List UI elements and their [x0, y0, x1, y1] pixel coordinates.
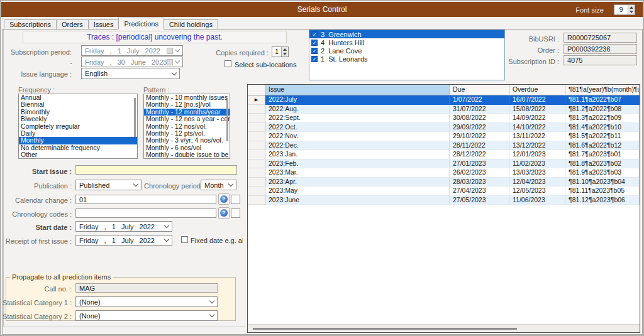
- issue-cell[interactable]: 2022:Nov.: [265, 132, 450, 141]
- chronology-period-combo[interactable]: Month: [201, 180, 236, 190]
- issue-cell[interactable]: 2023:Mar.: [265, 168, 450, 178]
- receipt-date-picker[interactable]: Friday , 1 July 2022: [75, 235, 172, 246]
- issue-cell[interactable]: 2022:Dec.: [265, 141, 450, 151]
- row-selector-cell[interactable]: ▶: [248, 95, 265, 105]
- due-cell[interactable]: 27/01/2023: [450, 160, 509, 169]
- overdue-cell[interactable]: 16/07/2022: [509, 95, 565, 105]
- column-header-pattern[interactable]: ¶81¶a(year)¶b(month)¶u12¶vc¶: [565, 85, 640, 95]
- frequency-option[interactable]: Other: [19, 151, 137, 158]
- copies-required-value[interactable]: 1: [272, 47, 281, 57]
- font-size-value[interactable]: 9: [614, 5, 628, 14]
- row-selector-cell[interactable]: ▶: [248, 196, 265, 205]
- issue-row[interactable]: ▶ 2022:July 1/07/2022 16/07/2022 ¶81.1¶a…: [248, 95, 640, 105]
- pattern-cell[interactable]: ¶81.2¶a2022¶b08: [565, 105, 640, 114]
- issue-row[interactable]: ▶ 2022:Oct. 29/09/2022 14/10/2022 ¶81.4¶…: [248, 123, 640, 133]
- issue-row[interactable]: ▶ 2023:June 27/05/2023 11/06/2023 ¶81.12…: [248, 196, 640, 205]
- order-field[interactable]: P0000392236: [564, 44, 637, 54]
- pattern-cell[interactable]: ¶81.8¶a2023¶b02: [565, 160, 640, 169]
- pattern-cell[interactable]: ¶81.1¶a2022¶b07: [565, 95, 640, 105]
- row-selector-cell[interactable]: ▶: [248, 150, 265, 160]
- row-selector-cell[interactable]: ▶: [248, 160, 265, 169]
- spin-up-button[interactable]: [628, 5, 635, 10]
- chronology-codes-help-button[interactable]: ?: [218, 207, 230, 219]
- column-header-issue[interactable]: Issue: [265, 85, 450, 95]
- issue-cell[interactable]: 2023:Feb.: [265, 160, 450, 169]
- pattern-cell[interactable]: ¶81.12¶a2023¶b06: [565, 196, 640, 205]
- due-cell[interactable]: 28/03/2023: [450, 178, 509, 187]
- font-size-spinner[interactable]: 9: [614, 4, 635, 15]
- overdue-cell[interactable]: 13/12/2022: [509, 141, 565, 151]
- pattern-option[interactable]: Monthly - 12 nos/vol.: [144, 123, 230, 130]
- issue-row[interactable]: ▶ 2023:Jan. 28/12/2022 12/01/2023 ¶81.7¶…: [248, 150, 640, 160]
- location-option[interactable]: ✓ 3 Greenwich: [309, 30, 504, 38]
- due-cell[interactable]: 29/09/2022: [450, 123, 509, 133]
- issue-row[interactable]: ▶ 2022:Nov. 29/10/2022 13/11/2022 ¶81.5¶…: [248, 132, 640, 141]
- location-option[interactable]: ✓ 1 St. Leonards: [309, 55, 504, 63]
- frequency-option[interactable]: Monthly: [19, 137, 137, 144]
- overdue-cell[interactable]: 12/01/2023: [509, 150, 565, 160]
- column-header-due[interactable]: Due: [450, 85, 509, 95]
- issue-row[interactable]: ▶ 2023:Mar. 26/02/2023 13/03/2023 ¶81.9¶…: [248, 168, 640, 178]
- due-cell[interactable]: 26/02/2023: [450, 168, 509, 178]
- pattern-cell[interactable]: ¶81.7¶a2023¶b01: [565, 150, 640, 160]
- due-cell[interactable]: 1/07/2022: [450, 95, 509, 105]
- issue-row[interactable]: ▶ 2023:May 27/04/2023 12/05/2023 ¶81.11¶…: [248, 187, 640, 196]
- tab[interactable]: Child holdings: [164, 19, 218, 30]
- start-issue-input[interactable]: [75, 165, 237, 175]
- frequency-scrollbar[interactable]: [134, 98, 136, 137]
- horizontal-scrollbar[interactable]: [248, 324, 640, 332]
- checkbox-checked-icon[interactable]: ✓: [311, 40, 318, 46]
- issue-cell[interactable]: 2022:Sept.: [265, 114, 450, 123]
- issue-row[interactable]: ▶ 2023:Feb. 27/01/2023 11/02/2023 ¶81.8¶…: [248, 160, 640, 169]
- pattern-option[interactable]: Monthly - 12 pts/vol.: [144, 130, 230, 137]
- pattern-cell[interactable]: ¶81.3¶a2022¶b09: [565, 114, 640, 123]
- select-sub-locations-checkbox[interactable]: [225, 60, 231, 67]
- horizontal-scrollbar-thumb[interactable]: [253, 328, 517, 330]
- calendar-change-extra-box[interactable]: [231, 195, 240, 204]
- bibusri-field[interactable]: R0000725067: [564, 33, 637, 43]
- location-option[interactable]: ✓ 2 Lane Cove: [309, 46, 504, 55]
- pattern-option[interactable]: Monthly - 3 v/yr; 4 nos/vol.: [144, 137, 230, 144]
- font-size-spin-buttons[interactable]: [628, 5, 635, 14]
- fixed-date-checkbox[interactable]: [181, 236, 188, 243]
- subscription-period-to-picker[interactable]: Friday , 30 June 2023: [81, 57, 183, 67]
- pattern-cell[interactable]: ¶81.6¶a2022¶b12: [565, 141, 640, 151]
- due-cell[interactable]: 28/12/2022: [450, 150, 509, 160]
- overdue-cell[interactable]: 11/02/2023: [509, 160, 565, 169]
- tab[interactable]: Subscriptions: [4, 19, 57, 30]
- issue-row[interactable]: ▶ 2022:Sept. 30/08/2022 14/09/2022 ¶81.3…: [248, 114, 640, 123]
- row-selector-cell[interactable]: ▶: [248, 168, 265, 178]
- pattern-option[interactable]: Monthly - 12 [no.s]/vol: [144, 101, 230, 108]
- overdue-cell[interactable]: 13/11/2022: [509, 132, 565, 141]
- overdue-cell[interactable]: 14/10/2022: [509, 123, 565, 133]
- overdue-cell[interactable]: 14/09/2022: [509, 114, 565, 123]
- frequency-option[interactable]: Annual: [19, 94, 137, 101]
- frequency-option[interactable]: Biennial: [19, 101, 137, 108]
- issue-cell[interactable]: 2023:Jan.: [265, 150, 450, 160]
- overdue-cell[interactable]: 15/08/2022: [509, 105, 565, 114]
- due-cell[interactable]: 27/05/2023: [450, 196, 509, 205]
- pattern-option[interactable]: Monthly - 10 monthly issues p.a. C: [144, 94, 230, 101]
- calendar-change-input[interactable]: 01: [75, 195, 216, 204]
- due-cell[interactable]: 27/04/2023: [450, 187, 509, 196]
- pattern-cell[interactable]: ¶81.11¶a2023¶b05: [565, 187, 640, 196]
- issue-row[interactable]: ▶ 2022:Dec. 28/11/2022 13/12/2022 ¶81.6¶…: [248, 141, 640, 151]
- copies-required-spinner[interactable]: 1: [272, 46, 289, 57]
- spin-down-button[interactable]: [282, 52, 288, 57]
- row-selector-cell[interactable]: ▶: [248, 105, 265, 114]
- due-cell[interactable]: 31/07/2022: [450, 105, 509, 114]
- issue-row[interactable]: ▶ 2023:Apr. 28/03/2023 12/04/2023 ¶81.10…: [248, 178, 640, 187]
- frequency-option[interactable]: Biweekly: [19, 116, 137, 122]
- issue-cell[interactable]: 2022:Oct.: [265, 123, 450, 133]
- frequency-option[interactable]: Bimonthly: [19, 109, 137, 116]
- row-selector-cell[interactable]: ▶: [248, 123, 265, 133]
- overdue-cell[interactable]: 12/05/2023: [509, 187, 565, 196]
- tab[interactable]: Predictions: [118, 18, 164, 30]
- issue-cell[interactable]: 2023:May: [265, 187, 450, 196]
- spin-down-button[interactable]: [628, 10, 635, 15]
- subscription-id-field[interactable]: 4075: [564, 55, 637, 65]
- overdue-cell[interactable]: 13/03/2023: [509, 168, 565, 178]
- calendar-change-help-button[interactable]: ?: [218, 193, 230, 205]
- pattern-cell[interactable]: ¶81.4¶a2022¶b10: [565, 123, 640, 133]
- pattern-scrollbar[interactable]: [226, 100, 228, 141]
